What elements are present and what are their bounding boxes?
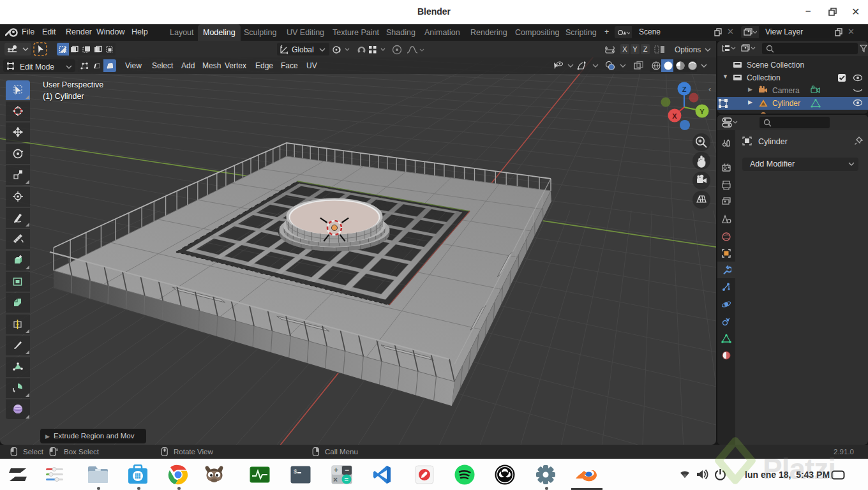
svg-text:Y: Y [700, 108, 705, 115]
svg-text:+: + [334, 466, 338, 475]
svg-text:=: = [345, 475, 348, 483]
svg-text:$: $ [294, 469, 297, 475]
svg-text:×: × [333, 475, 338, 484]
svg-text:−: − [345, 466, 349, 475]
svg-text:Z: Z [682, 85, 687, 93]
svg-text:Platzi: Platzi [763, 452, 835, 486]
svg-text:X: X [672, 112, 677, 120]
